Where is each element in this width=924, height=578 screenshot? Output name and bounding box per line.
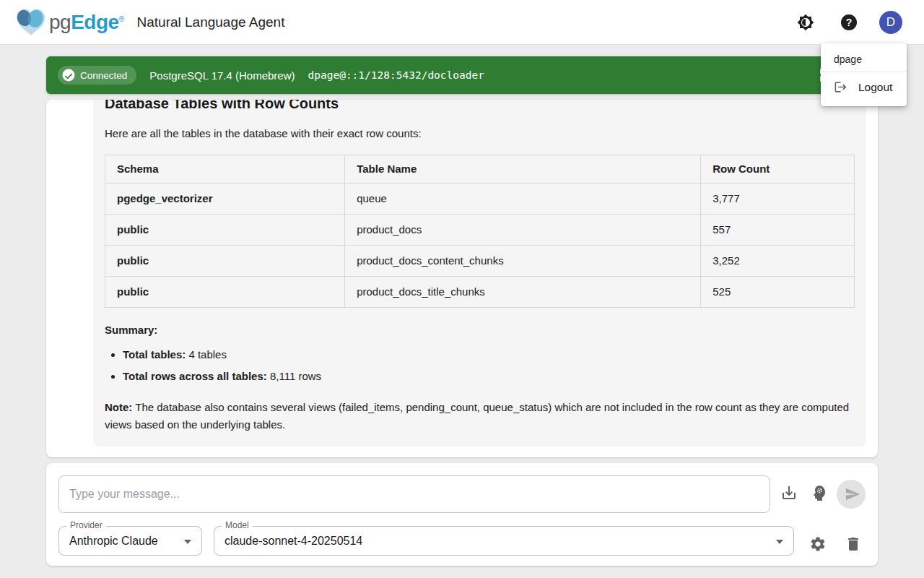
download-icon: [780, 484, 798, 501]
chevron-down-icon: [184, 540, 191, 544]
row-count-cell: 557: [701, 215, 855, 246]
message-heading: Database Tables with Row Counts: [105, 100, 855, 113]
model-value: claude-sonnet-4-20250514: [214, 527, 793, 555]
table-row: pgedge_vectorizerqueue3,777: [105, 184, 855, 215]
list-item: Total rows across all tables: 8,111 rows: [123, 368, 855, 384]
table-name-cell: product_docs_content_chunks: [345, 246, 701, 277]
model-label: Model: [222, 520, 253, 530]
composer-panel: Provider Anthropic Claude Model claude-s…: [46, 463, 878, 566]
column-header-row-count: Row Count: [701, 155, 855, 184]
check-circle-icon: [62, 69, 75, 82]
logout-menu-item[interactable]: Logout: [821, 72, 907, 102]
pgedge-logo: pgEdge®: [14, 8, 124, 37]
avatar-initial: D: [886, 15, 895, 30]
app-header: pgEdge® Natural Language Agent ? D: [0, 0, 924, 45]
dark-mode-toggle-button[interactable]: [793, 9, 819, 35]
user-dropdown-menu: dpage Logout: [821, 43, 907, 106]
header-actions: ? D: [793, 9, 902, 35]
help-icon: ?: [840, 14, 858, 31]
download-button[interactable]: [776, 480, 802, 506]
server-version-label: PostgreSQL 17.4 (Homebrew): [149, 69, 295, 82]
user-avatar[interactable]: D: [879, 11, 902, 34]
ai-thinking-button[interactable]: [806, 480, 832, 506]
clear-chat-button[interactable]: [840, 531, 866, 557]
psychology-icon: [811, 484, 828, 501]
row-count-cell: 3,777: [701, 184, 855, 215]
provider-value: Anthropic Claude: [59, 527, 201, 555]
send-icon: [845, 486, 860, 502]
connection-string: dpage@::1/128:5432/docloader: [308, 69, 484, 81]
trash-icon: [845, 535, 862, 553]
row-count-cell: 3,252: [701, 246, 855, 277]
pgedge-heart-icon: [14, 8, 48, 37]
help-button[interactable]: ?: [836, 9, 862, 35]
dark-mode-toggle-icon: [797, 14, 814, 31]
summary-heading: Summary:: [105, 322, 855, 338]
schema-cell: public: [105, 215, 345, 246]
list-item: Total tables: 4 tables: [123, 347, 855, 363]
table-row: publicproduct_docs_content_chunks3,252: [105, 246, 855, 277]
model-select[interactable]: Model claude-sonnet-4-20250514: [214, 526, 794, 556]
menu-username: dpage: [821, 48, 907, 72]
connected-badge-label: Connected: [80, 70, 127, 81]
schema-cell: pgedge_vectorizer: [105, 184, 345, 215]
provider-label: Provider: [66, 520, 106, 530]
table-name-cell: product_docs_title_chunks: [345, 277, 701, 308]
schema-cell: public: [105, 277, 345, 308]
table-name-cell: queue: [345, 184, 701, 215]
message-intro: Here are all the tables in the database …: [105, 126, 855, 142]
assistant-message: Database Tables with Row Counts Here are…: [93, 100, 866, 447]
chat-scroll-area[interactable]: Database Tables with Row Counts Here are…: [46, 100, 878, 457]
chevron-down-icon: [776, 540, 783, 544]
table-body: pgedge_vectorizerqueue3,777publicproduct…: [105, 184, 855, 308]
logout-label: Logout: [858, 81, 892, 94]
column-header-schema: Schema: [105, 155, 345, 184]
row-count-cell: 525: [701, 277, 855, 308]
send-button[interactable]: [837, 480, 866, 509]
column-header-table-name: Table Name: [345, 155, 701, 184]
provider-select[interactable]: Provider Anthropic Claude: [58, 526, 202, 556]
svg-text:?: ?: [846, 17, 853, 28]
logout-icon: [834, 80, 847, 94]
connected-badge: Connected: [58, 66, 136, 85]
settings-button[interactable]: [805, 531, 831, 557]
message-input[interactable]: [58, 475, 770, 513]
note-paragraph: Note: The database also contains several…: [105, 399, 855, 434]
table-name-cell: product_docs: [345, 215, 701, 246]
table-header-row: Schema Table Name Row Count: [105, 155, 855, 184]
db-tables-table: Schema Table Name Row Count pgedge_vecto…: [105, 155, 855, 308]
summary-list: Total tables: 4 tables Total rows across…: [110, 347, 855, 384]
connection-status-bar: Connected PostgreSQL 17.4 (Homebrew) dpa…: [46, 56, 878, 94]
page-title: Natural Language Agent: [137, 14, 285, 30]
table-row: publicproduct_docs_title_chunks525: [105, 277, 855, 308]
pgedge-logo-text: pgEdge®: [49, 11, 124, 34]
gear-icon: [809, 535, 827, 553]
schema-cell: public: [105, 246, 345, 277]
table-row: publicproduct_docs557: [105, 215, 855, 246]
